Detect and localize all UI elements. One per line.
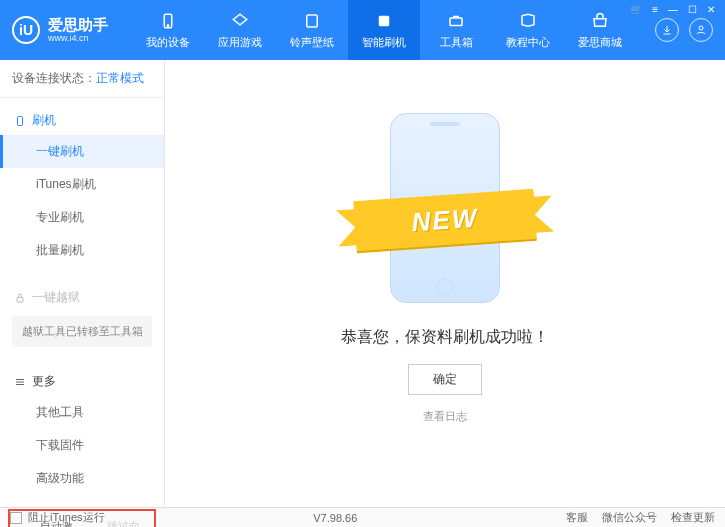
svg-rect-4 — [450, 18, 462, 26]
nav-flash[interactable]: 智能刷机 — [348, 0, 420, 60]
menu-icon[interactable]: ≡ — [650, 4, 660, 15]
top-nav: 我的设备 应用游戏 铃声壁纸 智能刷机 工具箱 教程中心 爱思商城 — [132, 0, 655, 60]
nav-label: 智能刷机 — [362, 35, 406, 50]
connection-status: 设备连接状态：正常模式 — [0, 60, 164, 98]
sidebar-group-jailbreak: 一键越狱 越狱工具已转移至工具箱 — [0, 275, 164, 359]
skip-setup-label: 跳过向导 — [107, 519, 144, 527]
update-link[interactable]: 检查更新 — [671, 510, 715, 525]
sidebar-group-more: 更多 其他工具 下载固件 高级功能 — [0, 359, 164, 503]
sidebar-item-firmware[interactable]: 下载固件 — [0, 429, 164, 462]
logo[interactable]: iU 爱思助手 www.i4.cn — [12, 16, 132, 44]
nav-apps[interactable]: 应用游戏 — [204, 0, 276, 60]
sidebar-item-advanced[interactable]: 高级功能 — [0, 462, 164, 495]
app-body: 设备连接状态：正常模式 刷机 一键刷机 iTunes刷机 专业刷机 批量刷机 一… — [0, 60, 725, 507]
nav-store[interactable]: 爱思商城 — [564, 0, 636, 60]
apps-icon — [230, 11, 250, 31]
ok-button[interactable]: 确定 — [408, 364, 482, 395]
header-actions — [655, 18, 713, 42]
nav-label: 教程中心 — [506, 35, 550, 50]
block-itunes-label: 阻止iTunes运行 — [28, 510, 105, 525]
support-link[interactable]: 客服 — [566, 510, 588, 525]
phone-icon — [14, 115, 26, 127]
sidebar: 设备连接状态：正常模式 刷机 一键刷机 iTunes刷机 专业刷机 批量刷机 一… — [0, 60, 165, 507]
group-title: 刷机 — [32, 112, 56, 129]
group-head-jailbreak: 一键越狱 — [0, 283, 164, 312]
brand-name: 爱思助手 — [48, 17, 108, 34]
user-button[interactable] — [689, 18, 713, 42]
sidebar-item-itunes[interactable]: iTunes刷机 — [0, 168, 164, 201]
view-log-link[interactable]: 查看日志 — [423, 409, 467, 424]
music-icon — [302, 11, 322, 31]
maximize-button[interactable]: ☐ — [686, 4, 699, 15]
toolbox-icon — [446, 11, 466, 31]
nav-toolbox[interactable]: 工具箱 — [420, 0, 492, 60]
svg-rect-2 — [307, 15, 318, 27]
store-icon — [590, 11, 610, 31]
window-controls: 🛒 ≡ — ☐ ✕ — [628, 4, 717, 15]
svg-point-1 — [167, 24, 169, 26]
status-label: 设备连接状态： — [12, 71, 96, 85]
sidebar-item-oneclick[interactable]: 一键刷机 — [0, 135, 164, 168]
nav-tutorials[interactable]: 教程中心 — [492, 0, 564, 60]
group-title: 一键越狱 — [32, 289, 80, 306]
new-ribbon: NEW — [353, 189, 536, 251]
group-title: 更多 — [32, 373, 56, 390]
flash-icon — [374, 11, 394, 31]
footer-links: 客服 微信公众号 检查更新 — [566, 510, 715, 525]
sidebar-group-flash: 刷机 一键刷机 iTunes刷机 专业刷机 批量刷机 — [0, 98, 164, 275]
nav-label: 工具箱 — [440, 35, 473, 50]
block-itunes-checkbox[interactable] — [10, 512, 22, 524]
cart-icon[interactable]: 🛒 — [628, 4, 644, 15]
svg-rect-7 — [17, 297, 23, 302]
brand-url: www.i4.cn — [48, 33, 108, 43]
app-header: 🛒 ≡ — ☐ ✕ iU 爱思助手 www.i4.cn 我的设备 应用游戏 铃声… — [0, 0, 725, 60]
book-icon — [518, 11, 538, 31]
nav-wallpaper[interactable]: 铃声壁纸 — [276, 0, 348, 60]
close-button[interactable]: ✕ — [705, 4, 717, 15]
status-value: 正常模式 — [96, 71, 144, 85]
logo-icon: iU — [12, 16, 40, 44]
nav-label: 铃声壁纸 — [290, 35, 334, 50]
wechat-link[interactable]: 微信公众号 — [602, 510, 657, 525]
nav-my-device[interactable]: 我的设备 — [132, 0, 204, 60]
version-label: V7.98.66 — [313, 512, 357, 524]
sidebar-item-othertools[interactable]: 其他工具 — [0, 396, 164, 429]
more-icon — [14, 376, 26, 388]
main-content: NEW 恭喜您，保资料刷机成功啦！ 确定 查看日志 — [165, 60, 725, 507]
nav-label: 应用游戏 — [218, 35, 262, 50]
jailbreak-note: 越狱工具已转移至工具箱 — [12, 316, 152, 347]
sidebar-item-pro[interactable]: 专业刷机 — [0, 201, 164, 234]
success-illustration: NEW — [390, 113, 500, 303]
svg-rect-6 — [18, 116, 23, 125]
success-message: 恭喜您，保资料刷机成功啦！ — [341, 327, 549, 348]
footer-left: 阻止iTunes运行 — [10, 510, 105, 525]
svg-point-5 — [699, 26, 703, 30]
device-icon — [158, 11, 178, 31]
ribbon-text: NEW — [411, 202, 480, 238]
group-head-more[interactable]: 更多 — [0, 367, 164, 396]
minimize-button[interactable]: — — [666, 4, 680, 15]
sidebar-item-batch[interactable]: 批量刷机 — [0, 234, 164, 267]
nav-label: 爱思商城 — [578, 35, 622, 50]
group-head-flash[interactable]: 刷机 — [0, 106, 164, 135]
lock-icon — [14, 292, 26, 304]
svg-rect-3 — [379, 15, 390, 26]
download-button[interactable] — [655, 18, 679, 42]
nav-label: 我的设备 — [146, 35, 190, 50]
